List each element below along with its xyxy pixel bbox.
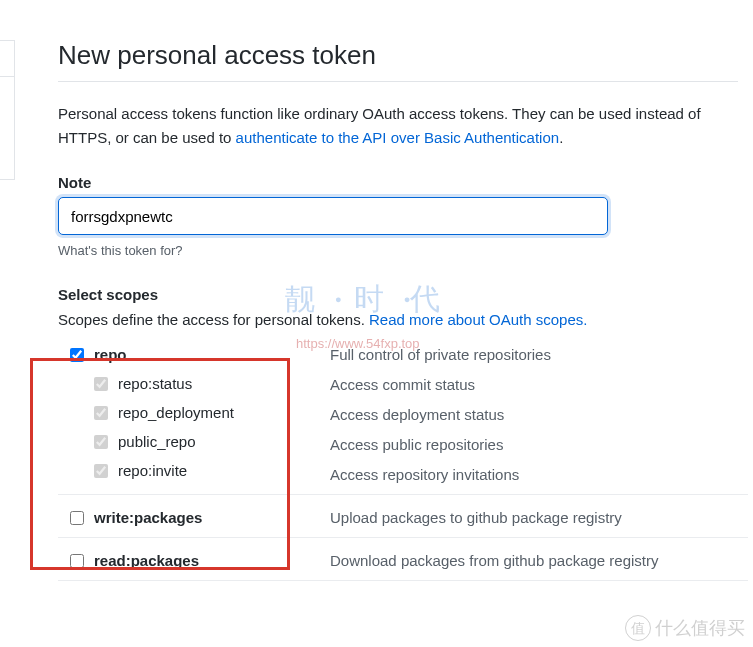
scope-checkbox-public-repo[interactable] [94, 435, 108, 449]
scopes-description: Scopes define the access for personal to… [58, 311, 753, 328]
scope-right-col: Full control of private repositories Acc… [330, 346, 748, 484]
scope-desc-repo-status: Access commit status [330, 376, 748, 394]
scope-desc-public-repo: Access public repositories [330, 436, 748, 454]
watermark-circle-icon: 值 [625, 615, 651, 641]
intro-paragraph: Personal access tokens function like ord… [58, 102, 753, 150]
scope-right-col: Download packages from github package re… [330, 552, 748, 570]
scope-label-public-repo[interactable]: public_repo [118, 433, 196, 450]
intro-auth-link[interactable]: authenticate to the API over Basic Authe… [236, 129, 560, 146]
scope-right-col: Upload packages to github package regist… [330, 509, 748, 527]
note-help-text: What's this token for? [58, 243, 753, 258]
scopes-heading: Select scopes [58, 286, 753, 303]
scope-label-read-packages[interactable]: read:packages [94, 552, 199, 569]
scope-desc-repo-deployment: Access deployment status [330, 406, 748, 424]
scope-group-read-packages: read:packages Download packages from git… [58, 538, 748, 581]
scope-row-repo: repo [70, 346, 330, 363]
scope-row-repo-status: repo:status [70, 375, 330, 392]
intro-text-2: . [559, 129, 563, 146]
scope-left-col: read:packages [70, 552, 330, 570]
scope-desc-repo: Full control of private repositories [330, 346, 748, 364]
scope-label-repo-invite[interactable]: repo:invite [118, 462, 187, 479]
note-label: Note [58, 174, 753, 191]
scope-desc-read-packages: Download packages from github package re… [330, 552, 748, 570]
scope-label-write-packages[interactable]: write:packages [94, 509, 202, 526]
scope-label-repo[interactable]: repo [94, 346, 127, 363]
page-title: New personal access token [58, 40, 738, 82]
scope-checkbox-repo[interactable] [70, 348, 84, 362]
scope-checkbox-repo-invite[interactable] [94, 464, 108, 478]
scope-checkbox-repo-status[interactable] [94, 377, 108, 391]
scope-checkbox-read-packages[interactable] [70, 554, 84, 568]
scope-left-col: repo repo:status repo_deployment public_… [70, 346, 330, 484]
scopes-learn-more-link[interactable]: Read more about OAuth scopes. [369, 311, 587, 328]
scope-label-repo-deployment[interactable]: repo_deployment [118, 404, 234, 421]
main-content: New personal access token Personal acces… [0, 0, 753, 581]
scope-desc-write-packages: Upload packages to github package regist… [330, 509, 748, 527]
sidebar-stub [0, 40, 15, 180]
scope-row-public-repo: public_repo [70, 433, 330, 450]
scope-checkbox-write-packages[interactable] [70, 511, 84, 525]
scope-group-repo: repo repo:status repo_deployment public_… [58, 332, 748, 495]
scope-row-write-packages: write:packages [70, 509, 330, 526]
scope-row-repo-invite: repo:invite [70, 462, 330, 479]
scope-left-col: write:packages [70, 509, 330, 527]
scope-checkbox-repo-deployment[interactable] [94, 406, 108, 420]
scope-row-repo-deployment: repo_deployment [70, 404, 330, 421]
scope-label-repo-status[interactable]: repo:status [118, 375, 192, 392]
scope-desc-repo-invite: Access repository invitations [330, 466, 748, 484]
scope-row-read-packages: read:packages [70, 552, 330, 569]
scopes-desc-text: Scopes define the access for personal to… [58, 311, 369, 328]
note-input[interactable] [58, 197, 608, 235]
watermark-bottom-text: 什么值得买 [655, 616, 745, 640]
scope-group-write-packages: write:packages Upload packages to github… [58, 495, 748, 538]
watermark-bottom: 值 什么值得买 [625, 615, 745, 641]
